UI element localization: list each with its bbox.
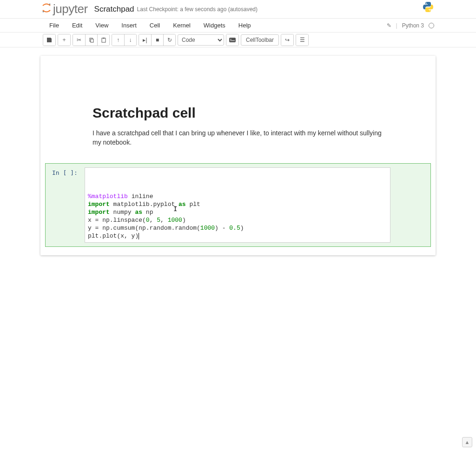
markdown-title: Scratchpad cell [93,105,383,121]
copy-button[interactable] [85,34,97,46]
checkpoint-status: Last Checkpoint: a few seconds ago (auto… [137,6,258,13]
menu-cell[interactable]: Cell [143,19,166,32]
move-down-button[interactable]: ↓ [124,34,136,46]
svg-point-1 [43,11,44,13]
kernel-indicator-icon[interactable] [429,23,434,28]
svg-rect-6 [229,38,236,42]
svg-rect-5 [103,38,105,39]
svg-rect-7 [230,39,231,40]
edit-icon[interactable]: ✎ [387,22,391,29]
svg-rect-3 [91,39,93,42]
text-cursor-icon: I [173,205,177,213]
menubar: File Edit View Insert Cell Kernel Widget… [0,19,476,33]
python-logo-icon [422,1,434,14]
celltoolbar-button[interactable]: CellToolbar [241,34,279,46]
interrupt-button[interactable]: ■ [151,34,163,46]
notebook-name[interactable]: Scratchpad [94,5,134,14]
code-cell[interactable]: In [ ]: I %matplotlib inlineimport matpl… [45,163,431,247]
kernel-name[interactable]: Python 3 [402,22,424,29]
svg-rect-8 [230,40,235,41]
menu-widgets[interactable]: Widgets [197,19,232,32]
menu-kernel[interactable]: Kernel [166,19,197,32]
paste-button[interactable] [97,34,109,46]
restart-button[interactable]: ↻ [163,34,175,46]
move-up-button[interactable]: ↑ [112,34,124,46]
menu-edit[interactable]: Edit [66,19,89,32]
menu-insert[interactable]: Insert [115,19,143,32]
menu-file[interactable]: File [43,19,66,32]
svg-rect-4 [102,38,106,42]
code-input[interactable]: I %matplotlib inlineimport matplotlib.py… [85,167,390,243]
list-button[interactable]: ☰ [296,34,308,46]
notebook-container: Scratchpad cell I have a scratchpad cell… [40,56,436,255]
menu-help[interactable]: Help [232,19,258,32]
toolbar: ＋ ✂ ↑ ↓ ▸| ■ ↻ Code CellToolbar ↪ ☰ [0,33,476,47]
markdown-cell[interactable]: Scratchpad cell I have a scratchpad cell… [42,59,434,157]
add-cell-button[interactable]: ＋ [58,34,70,46]
save-button[interactable] [43,34,55,46]
svg-point-0 [49,4,51,5]
command-palette-button[interactable] [226,34,238,46]
menu-view[interactable]: View [89,19,115,32]
run-button[interactable]: ▸| [139,34,151,46]
cell-type-select[interactable]: Code [178,34,224,46]
markdown-body: I have a scratchpad cell that I can brin… [93,128,383,147]
logo-text: jupyter [53,2,88,16]
header-bar: jupyter Scratchpad Last Checkpoint: a fe… [0,0,476,19]
jupyter-logo[interactable]: jupyter [42,2,88,16]
input-prompt: In [ ]: [52,167,85,176]
share-button[interactable]: ↪ [281,34,293,46]
jupyter-icon [42,2,51,16]
cut-button[interactable]: ✂ [73,34,85,46]
